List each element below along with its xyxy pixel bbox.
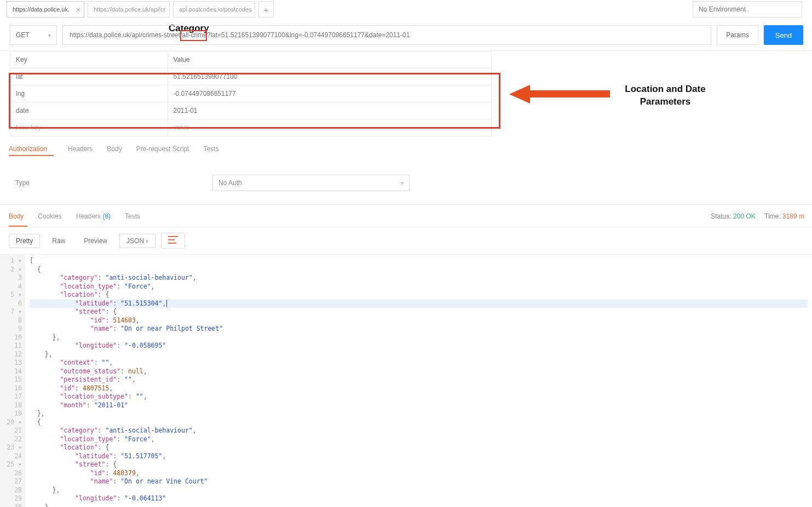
auth-row: Type No Auth ▾ — [0, 162, 812, 205]
tab-prerequest[interactable]: Pre-request Script — [136, 145, 189, 156]
response-tabs: Body Cookies Headers (8) Tests Status: 2… — [0, 205, 812, 226]
tab-underline — [9, 155, 54, 156]
view-preview[interactable]: Preview — [77, 234, 114, 247]
annotation-locdate: Location and Date Parameters — [611, 83, 720, 108]
wrap-lines-button[interactable] — [161, 233, 185, 249]
resp-tab-tests[interactable]: Tests — [125, 212, 140, 220]
request-bar: GET ▾ https://data.police.uk/api/crimes-… — [0, 20, 812, 51]
resp-tab-headers[interactable]: Headers (8) — [76, 212, 111, 220]
annotation-arrow — [509, 85, 608, 103]
table-row[interactable]: date2011-01 — [10, 102, 492, 119]
tab-label: https://data.police.uk/api/cr — [94, 6, 165, 13]
chevron-down-icon: ▾ — [401, 180, 404, 186]
send-label: Send — [775, 31, 792, 39]
param-value[interactable]: 51.521651399077100 — [168, 68, 491, 85]
table-row-new[interactable]: New keyvalue — [10, 119, 492, 136]
param-value-placeholder[interactable]: value — [168, 119, 491, 136]
resp-tab-cookies[interactable]: Cookies — [38, 212, 61, 220]
tab-2[interactable]: api.postcodes.io/postcodes — [173, 1, 255, 18]
table-row[interactable]: lat51.521651399077100 — [10, 68, 492, 85]
param-value[interactable]: -0.074497096651177 — [168, 85, 491, 102]
tab-headers[interactable]: Headers — [68, 145, 93, 156]
tab-0[interactable]: https://data.police.uk. × — [7, 1, 84, 18]
chevron-down-icon: ▾ — [146, 238, 148, 244]
request-sub-tabs: Authorization Headers Body Pre-request S… — [0, 136, 812, 162]
params-button[interactable]: Params — [717, 25, 758, 45]
annotation-url-highlight — [180, 30, 207, 41]
response-view-row: Pretty Raw Preview JSON ▾ — [0, 227, 812, 255]
param-key[interactable]: lat — [10, 68, 168, 85]
format-select[interactable]: JSON ▾ — [119, 234, 156, 248]
method-selector[interactable]: GET ▾ — [10, 25, 57, 45]
request-tabs: https://data.police.uk. × https://data.p… — [0, 0, 812, 20]
tab-body[interactable]: Body — [107, 145, 122, 156]
param-key-placeholder[interactable]: New key — [10, 119, 168, 136]
new-tab-button[interactable]: + — [258, 1, 274, 18]
view-raw[interactable]: Raw — [45, 234, 72, 247]
tab-label: https://data.police.uk. — [13, 6, 70, 13]
param-key[interactable]: date — [10, 102, 168, 119]
url-input[interactable]: https://data.police.uk/api/crimes-street… — [62, 25, 711, 45]
auth-selection: No Auth — [218, 179, 242, 187]
response-meta: Status: 200 OK Time: 3189 m — [711, 212, 804, 220]
tab-1[interactable]: https://data.police.uk/api/cr — [88, 1, 170, 18]
tab-authorization[interactable]: Authorization — [9, 145, 47, 153]
view-pretty[interactable]: Pretty — [9, 234, 40, 248]
resp-tab-body[interactable]: Body — [9, 212, 24, 220]
environment-label: No Environment — [699, 5, 746, 13]
auth-type-select[interactable]: No Auth ▾ — [212, 175, 410, 191]
auth-type-label: Type — [15, 179, 191, 187]
tab-label: api.postcodes.io/postcodes — [179, 6, 252, 13]
line-gutter: 1 ▾2 ▾345 ▾67 ▾891011121314151617181920 … — [0, 255, 25, 507]
code-content: [ { "category": "anti-social-behaviour",… — [25, 255, 812, 507]
chevron-down-icon: ▾ — [48, 32, 51, 38]
time-value: 3189 m — [782, 212, 804, 220]
param-key[interactable]: lng — [10, 85, 168, 102]
environment-selector[interactable]: No Environment — [693, 1, 802, 18]
url-text: https://data.police.uk/api/crimes-street… — [70, 31, 410, 39]
table-row[interactable]: lng-0.074497096651177 — [10, 85, 492, 102]
params-table: Key Value lat51.521651399077100lng-0.074… — [10, 51, 492, 136]
send-button[interactable]: Send — [764, 25, 803, 45]
col-value: Value — [168, 51, 491, 68]
close-icon[interactable]: × — [76, 6, 80, 13]
param-value[interactable]: 2011-01 — [168, 102, 491, 119]
status-value: 200 OK — [733, 212, 756, 220]
params-label: Params — [726, 31, 748, 39]
params-panel: Key Value lat51.521651399077100lng-0.074… — [0, 51, 502, 136]
col-key: Key — [10, 51, 168, 68]
wrap-lines-icon — [168, 236, 178, 244]
tab-tests[interactable]: Tests — [203, 145, 218, 156]
method-label: GET — [16, 31, 30, 39]
response-body[interactable]: 1 ▾2 ▾345 ▾67 ▾891011121314151617181920 … — [0, 255, 812, 507]
